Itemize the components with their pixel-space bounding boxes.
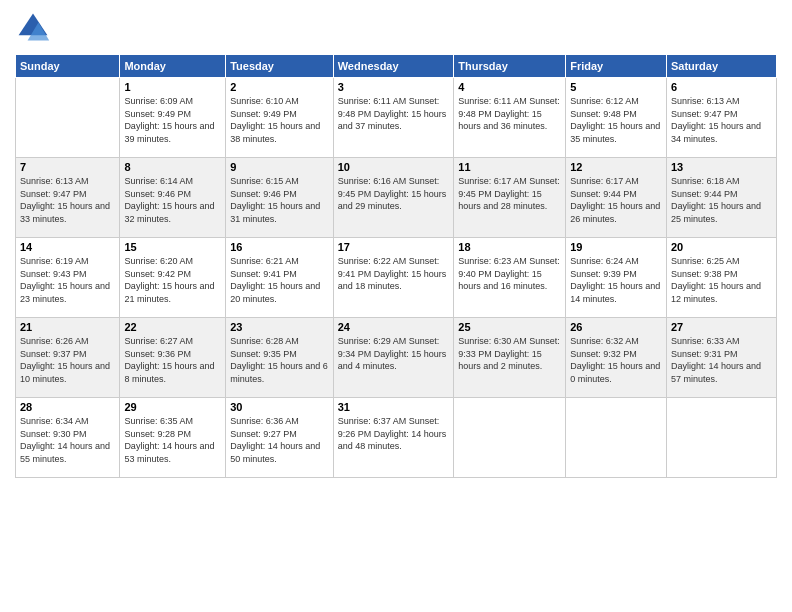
calendar-cell: 2Sunrise: 6:10 AM Sunset: 9:49 PM Daylig… [226,78,334,158]
calendar-cell: 7Sunrise: 6:13 AM Sunset: 9:47 PM Daylig… [16,158,120,238]
day-info: Sunrise: 6:26 AM Sunset: 9:37 PM Dayligh… [20,335,115,385]
calendar-cell: 1Sunrise: 6:09 AM Sunset: 9:49 PM Daylig… [120,78,226,158]
calendar-cell: 13Sunrise: 6:18 AM Sunset: 9:44 PM Dayli… [666,158,776,238]
header-day: Tuesday [226,55,334,78]
day-info: Sunrise: 6:21 AM Sunset: 9:41 PM Dayligh… [230,255,329,305]
day-number: 25 [458,321,561,333]
day-number: 24 [338,321,450,333]
day-number: 3 [338,81,450,93]
header-day: Saturday [666,55,776,78]
day-info: Sunrise: 6:22 AM Sunset: 9:41 PM Dayligh… [338,255,450,293]
day-number: 23 [230,321,329,333]
day-info: Sunrise: 6:13 AM Sunset: 9:47 PM Dayligh… [20,175,115,225]
header-row: SundayMondayTuesdayWednesdayThursdayFrid… [16,55,777,78]
calendar-cell: 4Sunrise: 6:11 AM Sunset: 9:48 PM Daylig… [454,78,566,158]
day-number: 28 [20,401,115,413]
calendar-cell: 26Sunrise: 6:32 AM Sunset: 9:32 PM Dayli… [566,318,667,398]
day-number: 13 [671,161,772,173]
day-info: Sunrise: 6:17 AM Sunset: 9:44 PM Dayligh… [570,175,662,225]
day-info: Sunrise: 6:13 AM Sunset: 9:47 PM Dayligh… [671,95,772,145]
header-day: Wednesday [333,55,454,78]
day-number: 30 [230,401,329,413]
day-info: Sunrise: 6:15 AM Sunset: 9:46 PM Dayligh… [230,175,329,225]
calendar-cell [16,78,120,158]
calendar-row: 14Sunrise: 6:19 AM Sunset: 9:43 PM Dayli… [16,238,777,318]
calendar-cell: 3Sunrise: 6:11 AM Sunset: 9:48 PM Daylig… [333,78,454,158]
day-number: 31 [338,401,450,413]
day-number: 14 [20,241,115,253]
calendar-row: 21Sunrise: 6:26 AM Sunset: 9:37 PM Dayli… [16,318,777,398]
day-number: 10 [338,161,450,173]
day-number: 19 [570,241,662,253]
day-info: Sunrise: 6:36 AM Sunset: 9:27 PM Dayligh… [230,415,329,465]
day-number: 11 [458,161,561,173]
calendar-cell: 25Sunrise: 6:30 AM Sunset: 9:33 PM Dayli… [454,318,566,398]
day-info: Sunrise: 6:12 AM Sunset: 9:48 PM Dayligh… [570,95,662,145]
day-info: Sunrise: 6:11 AM Sunset: 9:48 PM Dayligh… [458,95,561,133]
day-info: Sunrise: 6:37 AM Sunset: 9:26 PM Dayligh… [338,415,450,453]
calendar-row: 7Sunrise: 6:13 AM Sunset: 9:47 PM Daylig… [16,158,777,238]
day-info: Sunrise: 6:25 AM Sunset: 9:38 PM Dayligh… [671,255,772,305]
calendar-row: 1Sunrise: 6:09 AM Sunset: 9:49 PM Daylig… [16,78,777,158]
calendar-cell: 11Sunrise: 6:17 AM Sunset: 9:45 PM Dayli… [454,158,566,238]
calendar-cell: 31Sunrise: 6:37 AM Sunset: 9:26 PM Dayli… [333,398,454,478]
calendar-row: 28Sunrise: 6:34 AM Sunset: 9:30 PM Dayli… [16,398,777,478]
day-info: Sunrise: 6:34 AM Sunset: 9:30 PM Dayligh… [20,415,115,465]
day-info: Sunrise: 6:29 AM Sunset: 9:34 PM Dayligh… [338,335,450,373]
logo-icon [15,10,51,46]
day-info: Sunrise: 6:10 AM Sunset: 9:49 PM Dayligh… [230,95,329,145]
calendar-cell: 16Sunrise: 6:21 AM Sunset: 9:41 PM Dayli… [226,238,334,318]
day-number: 6 [671,81,772,93]
day-info: Sunrise: 6:17 AM Sunset: 9:45 PM Dayligh… [458,175,561,213]
calendar-cell: 6Sunrise: 6:13 AM Sunset: 9:47 PM Daylig… [666,78,776,158]
day-info: Sunrise: 6:11 AM Sunset: 9:48 PM Dayligh… [338,95,450,133]
day-info: Sunrise: 6:14 AM Sunset: 9:46 PM Dayligh… [124,175,221,225]
calendar-cell: 24Sunrise: 6:29 AM Sunset: 9:34 PM Dayli… [333,318,454,398]
calendar-cell: 18Sunrise: 6:23 AM Sunset: 9:40 PM Dayli… [454,238,566,318]
day-info: Sunrise: 6:09 AM Sunset: 9:49 PM Dayligh… [124,95,221,145]
calendar-cell: 22Sunrise: 6:27 AM Sunset: 9:36 PM Dayli… [120,318,226,398]
calendar-table: SundayMondayTuesdayWednesdayThursdayFrid… [15,54,777,478]
day-number: 20 [671,241,772,253]
day-number: 27 [671,321,772,333]
day-number: 22 [124,321,221,333]
day-number: 9 [230,161,329,173]
day-info: Sunrise: 6:35 AM Sunset: 9:28 PM Dayligh… [124,415,221,465]
calendar-cell: 20Sunrise: 6:25 AM Sunset: 9:38 PM Dayli… [666,238,776,318]
day-number: 7 [20,161,115,173]
day-number: 26 [570,321,662,333]
calendar-cell: 27Sunrise: 6:33 AM Sunset: 9:31 PM Dayli… [666,318,776,398]
calendar-cell: 9Sunrise: 6:15 AM Sunset: 9:46 PM Daylig… [226,158,334,238]
calendar-cell [566,398,667,478]
day-info: Sunrise: 6:28 AM Sunset: 9:35 PM Dayligh… [230,335,329,385]
calendar-cell: 23Sunrise: 6:28 AM Sunset: 9:35 PM Dayli… [226,318,334,398]
day-number: 18 [458,241,561,253]
day-number: 4 [458,81,561,93]
calendar-cell: 12Sunrise: 6:17 AM Sunset: 9:44 PM Dayli… [566,158,667,238]
calendar-cell: 28Sunrise: 6:34 AM Sunset: 9:30 PM Dayli… [16,398,120,478]
calendar-cell: 29Sunrise: 6:35 AM Sunset: 9:28 PM Dayli… [120,398,226,478]
day-number: 21 [20,321,115,333]
page: SundayMondayTuesdayWednesdayThursdayFrid… [0,0,792,612]
day-number: 16 [230,241,329,253]
header-day: Friday [566,55,667,78]
calendar-cell: 19Sunrise: 6:24 AM Sunset: 9:39 PM Dayli… [566,238,667,318]
calendar-cell: 14Sunrise: 6:19 AM Sunset: 9:43 PM Dayli… [16,238,120,318]
day-info: Sunrise: 6:30 AM Sunset: 9:33 PM Dayligh… [458,335,561,373]
logo [15,10,55,46]
header-day: Sunday [16,55,120,78]
header [15,10,777,46]
calendar-cell: 5Sunrise: 6:12 AM Sunset: 9:48 PM Daylig… [566,78,667,158]
header-day: Thursday [454,55,566,78]
day-number: 17 [338,241,450,253]
day-info: Sunrise: 6:23 AM Sunset: 9:40 PM Dayligh… [458,255,561,293]
day-info: Sunrise: 6:20 AM Sunset: 9:42 PM Dayligh… [124,255,221,305]
day-number: 29 [124,401,221,413]
day-info: Sunrise: 6:27 AM Sunset: 9:36 PM Dayligh… [124,335,221,385]
calendar-cell: 15Sunrise: 6:20 AM Sunset: 9:42 PM Dayli… [120,238,226,318]
day-number: 15 [124,241,221,253]
day-number: 8 [124,161,221,173]
calendar-cell [454,398,566,478]
day-info: Sunrise: 6:19 AM Sunset: 9:43 PM Dayligh… [20,255,115,305]
day-number: 12 [570,161,662,173]
